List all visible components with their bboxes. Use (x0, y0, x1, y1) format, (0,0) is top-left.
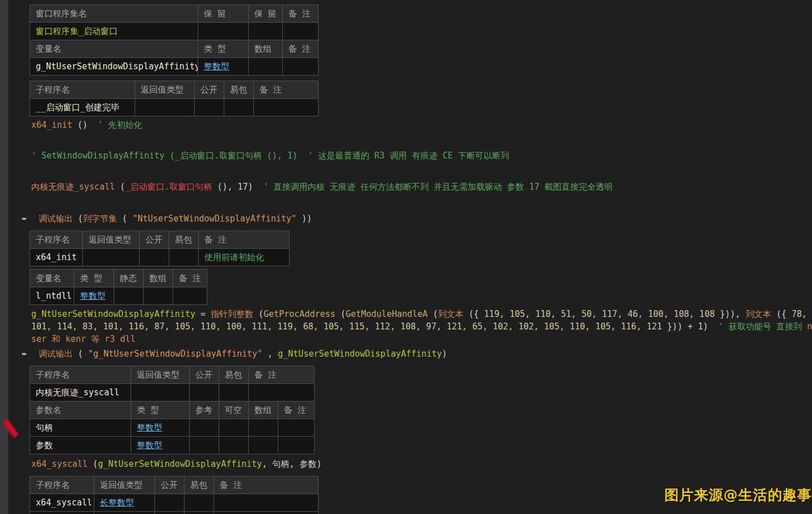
empty-cell[interactable] (249, 58, 283, 76)
type-link-integer[interactable]: 整数型 (198, 58, 249, 76)
type-link-long-integer[interactable]: 长整数型 (94, 494, 155, 512)
code-token: ( (87, 459, 98, 469)
code-token: , 句柄, 参数) (262, 459, 321, 469)
code-token: g_NtUserSetWindowDisplayAffinity (98, 459, 262, 469)
col-header-type: 类 型 (198, 40, 249, 58)
empty-cell[interactable] (190, 437, 219, 454)
col-header-public: 公开 (155, 477, 185, 494)
gutter-arrow-icon[interactable]: ▸▸ (22, 213, 26, 224)
clipped-row-cell (214, 512, 319, 514)
code-token: x64_init (31, 120, 72, 130)
col-header-reserved-1: 保 留 (198, 5, 249, 23)
empty-cell[interactable] (140, 249, 169, 266)
empty-cell[interactable] (219, 384, 249, 402)
code-token: () (72, 120, 98, 130)
code-token: })), (715, 309, 746, 319)
cell-param-handle[interactable]: 句柄 (30, 419, 131, 437)
empty-cell[interactable] (214, 494, 319, 512)
empty-cell[interactable] (135, 99, 195, 116)
cell-assembly-name[interactable]: 窗口程序集_启动窗口 (30, 23, 198, 40)
empty-cell[interactable] (249, 384, 315, 402)
empty-cell[interactable] (114, 287, 144, 305)
col-header-remark: 备 注 (173, 270, 207, 287)
empty-cell[interactable] (224, 99, 254, 116)
empty-cell[interactable] (195, 99, 224, 116)
table-window-assembly: 窗口程序集名 保 留 保 留 备 注 窗口程序集_启动窗口 变量名 类 型 数组… (30, 5, 319, 76)
empty-cell[interactable] (249, 437, 278, 454)
code-token: })) + 1) (662, 321, 718, 332)
empty-cell[interactable] (198, 23, 249, 40)
col-header-type: 类 型 (131, 402, 190, 419)
cell-sub-name-x64-syscall[interactable]: x64_syscall (30, 494, 94, 512)
empty-cell[interactable] (254, 99, 319, 116)
col-header-remark: 备 注 (254, 81, 319, 99)
code-token: ( (336, 309, 346, 319)
code-line-getprocaddress-assignment-1[interactable]: g_NtUserSetWindowDisplayAffinity = 指针到整数… (31, 308, 807, 320)
code-token: g_NtUserSetWindowDisplayAffinity (278, 349, 442, 359)
clipped-row-cell (185, 512, 214, 514)
code-token: , (262, 349, 278, 359)
empty-cell[interactable] (83, 249, 140, 266)
empty-cell[interactable] (169, 249, 199, 266)
cell-sub-name-start-created[interactable]: __启动窗口_创建完毕 (30, 99, 135, 116)
empty-cell[interactable] (219, 437, 249, 454)
type-link-integer[interactable]: 整数型 (131, 437, 190, 454)
empty-cell[interactable] (249, 23, 283, 40)
gutter-arrow-icon[interactable]: ▸▸ (22, 348, 26, 360)
code-token: = (195, 309, 211, 319)
code-line-debug-output-1[interactable]: 调试输出 (到字节集 ( "NtUserSetWindowDisplayAffi… (39, 213, 312, 224)
col-header-remark: 备 注 (283, 5, 319, 23)
code-line-getprocaddress-assignment-3[interactable]: ser 和 kenr 等 r3 dll (31, 333, 136, 345)
col-header-array: 数组 (144, 270, 173, 287)
empty-cell[interactable] (283, 23, 319, 40)
code-token: ' 获取功能号 直接到 (718, 321, 807, 332)
code-token: ( (253, 309, 263, 319)
empty-cell[interactable] (185, 494, 214, 512)
col-header-remark: 备 注 (278, 402, 315, 419)
empty-cell[interactable] (190, 419, 219, 437)
code-token: 调试输出 (39, 349, 73, 359)
code-line-comment-setwindowdisplayaffinity[interactable]: ' SetWindowDisplayAffinity (_启动窗口.取窗口句柄 … (31, 150, 509, 161)
col-header-array: 数组 (249, 402, 278, 419)
cell-sub-name-x64-init[interactable]: x64_init (30, 249, 83, 266)
code-token: ( (115, 182, 125, 192)
code-token: (), 17) (212, 182, 263, 192)
empty-cell[interactable] (249, 419, 278, 437)
code-token: 到文本 (438, 309, 463, 319)
cell-remark-init-first[interactable]: 使用前请初始化 (199, 249, 290, 266)
code-token: 到文本 (746, 309, 771, 319)
code-token: ( (73, 214, 83, 224)
code-token: ser 和 kenr 等 r3 dll (31, 334, 136, 344)
code-token: ' 直接调用内核 无痕迹 任何方法都断不到 并且无需加载驱动 参数 17 截图直… (263, 182, 613, 192)
empty-cell[interactable] (283, 58, 319, 76)
col-header-public: 公开 (195, 81, 224, 99)
empty-cell[interactable] (278, 419, 315, 437)
empty-cell[interactable] (190, 384, 219, 402)
code-line-x64-syscall-call[interactable]: x64_syscall (g_NtUserSetWindowDisplayAff… (31, 458, 322, 470)
code-token: _启动窗口.取窗口句柄 (125, 182, 212, 192)
code-line-debug-output-2[interactable]: 调试输出 ( "g_NtUserSetWindowDisplayAffinity… (39, 348, 447, 360)
col-header-epackage: 易包 (185, 477, 214, 494)
code-line-getprocaddress-assignment-2[interactable]: 101, 114, 83, 101, 116, 87, 105, 110, 10… (31, 321, 812, 332)
code-token: 内核无痕迹_syscall (31, 182, 115, 192)
col-header-return-type: 返回值类型 (83, 231, 140, 249)
cell-global-variable-name[interactable]: g_NtUserSetWindowDisplayAffinity (30, 58, 198, 76)
empty-cell[interactable] (173, 287, 207, 305)
empty-cell[interactable] (131, 384, 190, 402)
col-header-variable-name: 变量名 (30, 40, 198, 58)
empty-cell[interactable] (144, 287, 173, 305)
code-line-kernel-syscall-call[interactable]: 内核无痕迹_syscall (_启动窗口.取窗口句柄 (), 17) ' 直接调… (31, 181, 613, 193)
type-link-integer[interactable]: 整数型 (131, 419, 190, 437)
cell-sub-name-kernel-syscall[interactable]: 内核无痕迹_syscall (30, 384, 131, 402)
col-header-remark: 备 注 (249, 366, 315, 384)
type-link-integer[interactable]: 整数型 (74, 287, 114, 305)
empty-cell[interactable] (219, 419, 249, 437)
col-header-sub-name: 子程序名 (30, 366, 131, 384)
cell-param-arg[interactable]: 参数 (30, 437, 131, 454)
code-token: "NtUserSetWindowDisplayAffinity" (132, 214, 296, 224)
empty-cell[interactable] (278, 437, 315, 454)
cell-variable-l-ntdll[interactable]: l_ntdll (30, 287, 74, 305)
watermark: 图片来源@生活的趣事 (664, 486, 812, 504)
code-line-x64-init-call[interactable]: x64_init () ' 先初始化 (31, 119, 142, 131)
empty-cell[interactable] (155, 494, 185, 512)
